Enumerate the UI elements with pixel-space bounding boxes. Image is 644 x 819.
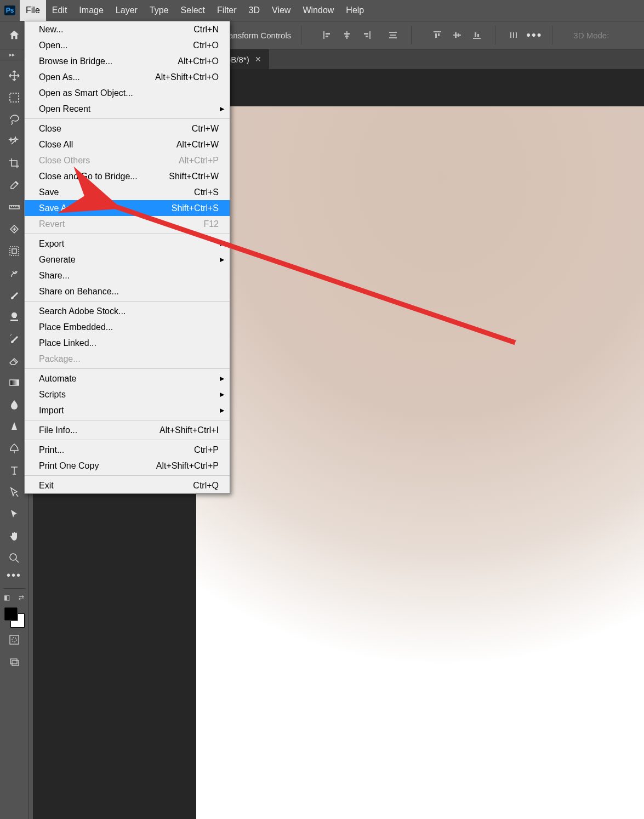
menu-item-automate[interactable]: Automate▶ [25,371,230,386]
menu-item-new[interactable]: New...Ctrl+N [25,21,230,37]
menu-item-file-info[interactable]: File Info...Alt+Shift+Ctrl+I [25,422,230,438]
svg-rect-22 [513,32,514,38]
svg-rect-26 [10,247,19,255]
svg-rect-6 [369,31,371,39]
direct-select-tool[interactable] [0,503,29,525]
menu-item-revert: RevertF12 [25,216,230,232]
menu-file[interactable]: File [20,0,46,21]
expand-toolbar-button[interactable]: ▸▸ [0,49,24,60]
menu-item-shortcut: Shift+Ctrl+S [172,203,219,213]
submenu-arrow-icon: ▶ [220,407,224,414]
menu-item-save-as[interactable]: Save As...Shift+Ctrl+S [25,200,230,216]
menu-item-print-one-copy[interactable]: Print One CopyAlt+Shift+Ctrl+P [25,458,230,474]
menu-edit[interactable]: Edit [46,0,73,21]
menu-item-exit[interactable]: ExitCtrl+Q [25,477,230,493]
align-bottom-icon[interactable] [469,27,485,43]
zoom-tool[interactable] [0,547,29,569]
menu-item-open[interactable]: Open...Ctrl+O [25,37,230,53]
menu-item-generate[interactable]: Generate▶ [25,252,230,268]
menubar: Ps FileEditImageLayerTypeSelectFilter3DV… [0,0,644,21]
menu-item-shortcut: Alt+Ctrl+P [179,156,219,166]
menu-3d[interactable]: 3D [243,0,266,21]
menu-window[interactable]: Window [297,0,340,21]
menu-item-close-all[interactable]: Close AllAlt+Ctrl+W [25,136,230,152]
menu-item-place-embedded[interactable]: Place Embedded... [25,319,230,335]
distribute-h-icon[interactable] [505,27,522,43]
svg-rect-30 [10,635,19,644]
menu-item-label: Revert [39,219,65,229]
submenu-arrow-icon: ▶ [220,391,224,398]
more-options-icon[interactable]: ••• [526,28,542,42]
svg-rect-20 [477,34,479,37]
menu-item-open-as[interactable]: Open As...Alt+Shift+Ctrl+O [25,69,230,85]
align-center-h-icon[interactable] [339,27,355,43]
fg-bg-swatch[interactable] [3,606,26,629]
svg-rect-28 [10,380,19,385]
menu-item-label: Close and Go to Bridge... [39,172,138,181]
menu-item-shortcut: Ctrl+P [194,445,219,455]
menu-item-share-on-behance[interactable]: Share on Behance... [25,283,230,299]
menu-item-export[interactable]: Export▶ [25,236,230,252]
menu-item-label: Exit [39,481,54,491]
menu-item-label: Close Others [39,156,90,166]
menu-item-label: Package... [39,354,81,364]
image-content [196,106,644,819]
align-dropdown-icon[interactable] [385,27,401,43]
menu-select[interactable]: Select [175,0,211,21]
menu-item-label: Open as Smart Object... [39,88,133,98]
hand-tool[interactable] [0,525,29,547]
svg-rect-9 [389,32,397,33]
svg-rect-12 [434,31,441,32]
menu-item-scripts[interactable]: Scripts▶ [25,386,230,402]
screen-mode-icon[interactable] [0,651,29,673]
svg-rect-18 [473,38,481,39]
menu-item-label: Open As... [39,72,80,82]
swap-arrow-icon[interactable]: ⇄ [19,594,24,601]
align-left-icon[interactable] [319,27,335,43]
submenu-arrow-icon: ▶ [220,105,224,112]
more-tools-icon[interactable]: ••• [7,569,21,587]
menu-item-print[interactable]: Print...Ctrl+P [25,442,230,458]
menu-item-search-adobe-stock[interactable]: Search Adobe Stock... [25,303,230,319]
swap-colors-row[interactable]: ◧⇄ [0,590,29,605]
align-right-icon[interactable] [358,27,375,43]
close-tab-icon[interactable]: ✕ [255,55,261,64]
menu-item-label: New... [39,25,63,35]
menu-item-open-recent[interactable]: Open Recent▶ [25,101,230,117]
svg-rect-21 [510,32,511,38]
menu-item-import[interactable]: Import▶ [25,402,230,418]
menu-item-shortcut: Ctrl+O [193,41,219,50]
svg-rect-15 [453,35,461,36]
document-canvas[interactable] [196,106,644,819]
menu-item-open-as-smart-object[interactable]: Open as Smart Object... [25,85,230,101]
align-top-icon[interactable] [429,27,446,43]
menu-item-shortcut: Alt+Shift+Ctrl+O [155,72,219,82]
toolbar-separator [3,588,25,589]
menu-image[interactable]: Image [73,0,109,21]
menu-item-close-and-go-to-bridge[interactable]: Close and Go to Bridge...Shift+Ctrl+W [25,168,230,184]
menu-item-share[interactable]: Share... [25,268,230,283]
menu-view[interactable]: View [266,0,297,21]
menu-item-shortcut: Ctrl+Q [193,481,219,491]
menu-filter[interactable]: Filter [211,0,243,21]
home-button[interactable] [4,25,24,45]
menu-item-shortcut: Alt+Ctrl+O [178,56,219,66]
fg-color[interactable] [4,607,18,621]
default-colors-icon[interactable]: ◧ [4,594,10,601]
menu-layer[interactable]: Layer [110,0,144,21]
menu-item-save[interactable]: SaveCtrl+S [25,184,230,200]
svg-rect-16 [455,32,457,38]
menu-type[interactable]: Type [144,0,175,21]
menu-item-shortcut: F12 [203,219,219,229]
menu-help[interactable]: Help [340,0,370,21]
menu-item-place-linked[interactable]: Place Linked... [25,335,230,351]
menu-item-label: Share... [39,271,70,281]
align-middle-v-icon[interactable] [449,27,465,43]
menu-item-label: Export [39,239,64,249]
svg-rect-8 [366,36,368,37]
menu-item-close[interactable]: CloseCtrl+W [25,121,230,136]
svg-rect-3 [346,31,347,39]
menu-item-label: Open Recent [39,104,90,114]
menu-item-browse-in-bridge[interactable]: Browse in Bridge...Alt+Ctrl+O [25,53,230,69]
quick-mask-icon[interactable] [0,629,29,651]
